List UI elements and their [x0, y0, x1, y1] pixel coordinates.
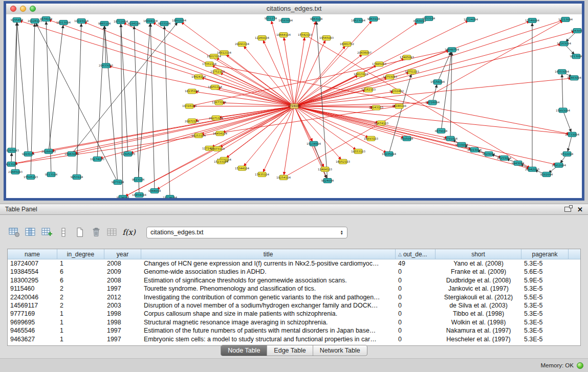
- graph-node[interactable]: 9053104: [71, 174, 83, 179]
- graph-node[interactable]: 9213094: [570, 54, 582, 59]
- graph-node[interactable]: 16494104: [143, 19, 158, 24]
- network-graph[interactable]: 1724045160461081221046218753083174850832…: [6, 14, 582, 198]
- graph-node[interactable]: 12484103: [318, 167, 332, 171]
- table-row[interactable]: 911546021997Tourette syndrome. Phenomeno…: [8, 285, 580, 293]
- graph-node[interactable]: 11463094: [567, 76, 581, 80]
- graph-edge[interactable]: [294, 106, 532, 169]
- column-header-pagerank[interactable]: pagerank: [521, 249, 569, 259]
- graph-node[interactable]: 9933104: [158, 21, 171, 26]
- graph-node[interactable]: 15134594: [307, 141, 321, 146]
- new-column-button[interactable]: [40, 226, 54, 239]
- graph-node[interactable]: 16912094: [552, 163, 566, 167]
- graph-node[interactable]: 16893103: [364, 136, 378, 141]
- graph-edge[interactable]: [294, 106, 559, 165]
- graph-node[interactable]: 19254104: [276, 175, 291, 180]
- graph-edge[interactable]: [121, 21, 128, 154]
- graph-node[interactable]: 20091104: [235, 42, 249, 47]
- graph-node[interactable]: 20672104: [185, 119, 199, 123]
- graph-edge[interactable]: [123, 106, 294, 198]
- show-column-button[interactable]: [24, 226, 38, 239]
- graph-node[interactable]: 9465104: [98, 21, 111, 26]
- graph-edge[interactable]: [49, 23, 63, 151]
- graph-edge[interactable]: [563, 111, 572, 135]
- graph-node[interactable]: 15233104: [214, 159, 228, 164]
- graph-node[interactable]: 18051104: [208, 85, 222, 90]
- new-row-button[interactable]: [56, 226, 71, 239]
- graph-edge[interactable]: [294, 106, 343, 162]
- graph-node[interactable]: 17351104: [202, 62, 216, 67]
- delete-table-button[interactable]: [89, 226, 103, 239]
- graph-node[interactable]: 18135104: [185, 89, 199, 94]
- minimize-window-button[interactable]: [20, 6, 26, 12]
- graph-node[interactable]: 15505193: [24, 174, 38, 179]
- graph-node[interactable]: 16863093: [64, 151, 79, 156]
- graph-node[interactable]: 15156094: [430, 80, 445, 84]
- graph-node[interactable]: 19316104: [182, 104, 197, 108]
- graph-edge[interactable]: [294, 19, 565, 106]
- column-header-title[interactable]: title: [141, 249, 396, 259]
- graph-node[interactable]: 12673104: [212, 100, 226, 105]
- graph-edge[interactable]: [72, 20, 179, 154]
- graph-node[interactable]: 18724094: [464, 17, 478, 22]
- graph-edge[interactable]: [106, 65, 294, 106]
- graph-node[interactable]: 16553094: [555, 70, 569, 74]
- table-row[interactable]: 1456911722003Disruption of a novel membe…: [8, 301, 580, 310]
- graph-node[interactable]: 20436097: [357, 51, 372, 55]
- graph-node[interactable]: 9551274: [265, 16, 277, 21]
- graph-edge[interactable]: [294, 19, 374, 106]
- table-panel-header[interactable]: Table Panel ✕: [0, 204, 588, 215]
- graph-node[interactable]: 13216094: [425, 100, 440, 105]
- graph-node[interactable]: 18712094: [114, 19, 128, 24]
- graph-edge[interactable]: [138, 21, 150, 180]
- graph-node[interactable]: 9722094: [561, 151, 574, 156]
- graph-edge[interactable]: [294, 106, 389, 154]
- graph-edge[interactable]: [294, 106, 325, 169]
- graph-node[interactable]: 17635104: [255, 172, 269, 177]
- graph-node[interactable]: 16052103: [336, 159, 350, 164]
- graph-edge[interactable]: [104, 24, 106, 65]
- graph-edge[interactable]: [294, 106, 407, 139]
- graph-edge[interactable]: [305, 35, 532, 169]
- graph-node[interactable]: 9505094: [401, 136, 413, 141]
- graph-edge[interactable]: [104, 24, 118, 182]
- graph-node[interactable]: 12162103: [361, 87, 376, 92]
- graph-node[interactable]: 16791094: [443, 136, 458, 141]
- graph-node[interactable]: 16454094: [132, 192, 146, 197]
- float-panel-icon[interactable]: [564, 207, 571, 212]
- tab-node-table[interactable]: Node Table: [221, 345, 267, 356]
- graph-node[interactable]: 12210462: [389, 89, 404, 94]
- graph-edge[interactable]: [97, 24, 104, 159]
- graph-node[interactable]: 15542103: [298, 33, 312, 37]
- table-row[interactable]: 977716911998Corpus callosum shape and si…: [8, 310, 580, 318]
- graph-node[interactable]: 12305093: [121, 151, 135, 156]
- graph-edge[interactable]: [294, 21, 420, 106]
- graph-edge[interactable]: [294, 106, 450, 139]
- graph-edge[interactable]: [17, 20, 294, 106]
- graph-edge[interactable]: [17, 20, 28, 154]
- graph-node[interactable]: 9863104: [310, 17, 323, 21]
- graph-node[interactable]: 17485093: [400, 55, 414, 60]
- close-window-button[interactable]: [10, 6, 16, 12]
- graph-node[interactable]: 16153094: [497, 156, 511, 160]
- graph-edge[interactable]: [164, 24, 170, 198]
- graph-node[interactable]: 18664104: [276, 33, 291, 37]
- graph-edge[interactable]: [294, 31, 577, 106]
- graph-node[interactable]: 9203104: [22, 151, 35, 156]
- graph-node[interactable]: 9943094: [512, 161, 525, 165]
- graph-node[interactable]: 22043103: [369, 105, 383, 110]
- column-header-out-degree[interactable]: △ out_de...: [396, 249, 435, 259]
- graph-node[interactable]: 16046108: [392, 104, 406, 108]
- table-row[interactable]: 946554611997Estimation of the future num…: [8, 326, 580, 335]
- table-row[interactable]: 1872400712008Changes of HCN gene express…: [8, 259, 580, 268]
- graph-node[interactable]: 16013094: [56, 20, 71, 25]
- column-header-name[interactable]: name: [8, 249, 57, 259]
- graph-edge[interactable]: [46, 19, 294, 106]
- table-row[interactable]: 946362711997Embryonic stem cells: a mode…: [8, 335, 580, 343]
- graph-node[interactable]: 9344094: [148, 188, 161, 193]
- graph-node[interactable]: 15344104: [235, 166, 249, 170]
- graph-edge[interactable]: [121, 21, 123, 198]
- graph-node[interactable]: 15993094: [556, 108, 570, 113]
- close-panel-icon[interactable]: ✕: [577, 206, 583, 213]
- column-header-year[interactable]: year: [104, 249, 141, 259]
- graph-node[interactable]: 16583094: [278, 18, 293, 23]
